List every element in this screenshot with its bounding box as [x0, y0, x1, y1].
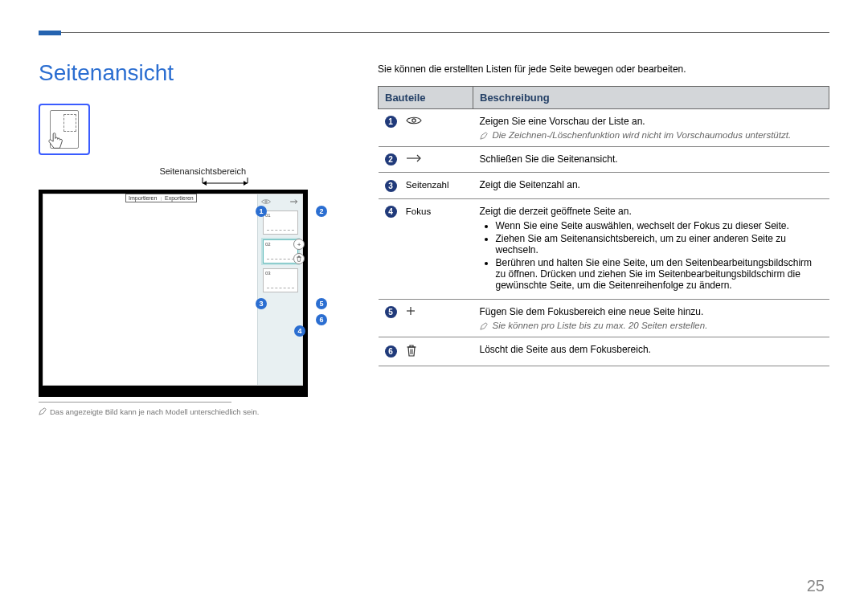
callout-4: 4	[294, 325, 305, 337]
row-note: Die Zeichnen-/Löschenfunktion wird nicht…	[480, 130, 823, 140]
row-number: 3	[385, 180, 397, 192]
table-row: 3 Seitenzahl Zeigt die Seitenzahl an.	[379, 173, 829, 198]
arrow-right-icon	[406, 153, 424, 166]
dimension-marks	[39, 177, 256, 188]
intro-text: Sie können die erstellten Listen für jed…	[378, 63, 829, 75]
row-number: 2	[385, 153, 397, 166]
row-number: 4	[385, 206, 397, 218]
pen-icon	[480, 322, 488, 330]
row-part-label: Seitenzahl	[406, 180, 449, 190]
row-desc-intro: Zeigt die derzeit geöffnete Seite an.	[480, 206, 823, 217]
row-desc: Schließen Sie die Seitenansicht.	[480, 153, 823, 165]
panel-caption: Seitenansichtsbereich	[39, 166, 256, 176]
svg-point-5	[265, 201, 267, 202]
device-screen: Importieren | Exportieren 01	[43, 194, 303, 386]
device-diagram: Importieren | Exportieren 01	[39, 190, 308, 397]
page-thumb-1: 01	[263, 210, 298, 235]
screen-toolbar: Importieren | Exportieren	[125, 194, 197, 202]
table-row: 5 Fügen Sie dem Fokusbereich eine neue S…	[379, 299, 829, 337]
row-desc: Zeigen Sie eine Vorschau der Liste an.	[480, 116, 823, 127]
svg-point-7	[412, 119, 416, 122]
hand-tap-icon	[46, 132, 63, 153]
diagram-footnote: Das angezeigte Bild kann je nach Modell …	[39, 407, 352, 416]
callout-5: 5	[316, 298, 327, 309]
svg-marker-4	[244, 181, 248, 186]
list-item: Wenn Sie eine Seite auswählen, wechselt …	[496, 220, 823, 231]
callout-3: 3	[256, 298, 267, 309]
svg-marker-3	[203, 181, 207, 186]
table-row: 4 Fokus Zeigt die derzeit geöffnete Seit…	[379, 198, 829, 299]
page-number: 25	[807, 577, 825, 595]
row-desc: Zeigt die Seitenzahl an.	[480, 179, 823, 190]
trash-icon	[406, 344, 417, 359]
row-number: 5	[385, 306, 397, 318]
callout-2: 2	[316, 206, 327, 217]
pen-icon	[480, 132, 488, 140]
pen-icon	[39, 407, 47, 415]
diagram-container: Importieren | Exportieren 01	[39, 190, 344, 397]
row-number: 6	[385, 345, 397, 358]
row-note: Sie können pro Liste bis zu max. 20 Seit…	[480, 321, 823, 330]
row-part-label: Fokus	[406, 206, 431, 216]
row-bullets: Wenn Sie eine Seite auswählen, wechselt …	[480, 220, 823, 291]
eye-icon	[406, 116, 422, 128]
row-desc: Fügen Sie dem Fokusbereich eine neue Sei…	[480, 306, 823, 317]
mini-page-icon	[63, 114, 76, 132]
list-item: Ziehen Sie am Seitenansichtsbereich, um …	[496, 233, 823, 255]
toolbar-export-label: Exportieren	[165, 195, 194, 201]
eye-icon	[261, 198, 271, 205]
list-item: Berühren und halten Sie eine Seite, um d…	[496, 257, 823, 291]
add-page-icon: +	[293, 239, 305, 250]
table-row: 2 Schließen Sie die Seitenansicht.	[379, 147, 829, 173]
pageview-panel: 01 02 +	[257, 194, 302, 385]
callout-1: 1	[256, 206, 267, 217]
callout-6: 6	[316, 314, 327, 325]
page-thumb-3: 03	[263, 268, 298, 292]
page-accent	[39, 31, 61, 35]
table-row: 6 Löscht die Seite aus dem Fokusbereich.	[379, 337, 829, 366]
document-icon	[50, 110, 79, 149]
table-row: 1 Zeigen Sie eine Vorschau der Liste an.…	[379, 109, 829, 147]
note-rule	[39, 402, 231, 403]
arrow-right-icon	[289, 198, 299, 205]
page-top-rule	[39, 32, 829, 33]
page-thumb-2-focused: 02 +	[263, 239, 298, 264]
gesture-icon-box	[39, 104, 90, 155]
row-number: 1	[385, 116, 397, 128]
th-parts: Bauteile	[379, 87, 473, 109]
delete-page-icon	[293, 253, 305, 264]
row-desc: Löscht die Seite aus dem Fokusbereich.	[480, 344, 823, 355]
toolbar-import-label: Importieren	[129, 195, 157, 201]
th-desc: Beschreibung	[473, 87, 829, 109]
parts-table: Bauteile Beschreibung 1 Zeigen Sie	[378, 86, 829, 366]
page-title: Seitenansicht	[39, 60, 352, 86]
plus-icon	[406, 306, 416, 318]
